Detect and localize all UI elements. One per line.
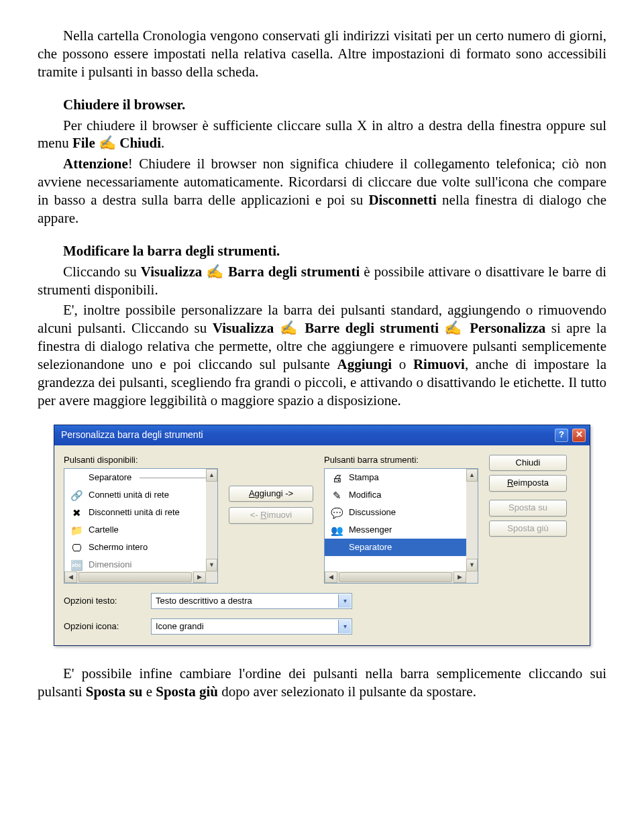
list-item[interactable]: 🖨Stampa [325,469,478,486]
bold-text: Visualizza ✍ Barra degli strumenti [141,264,360,280]
list-item[interactable]: 🔗Connetti unità di rete [64,486,217,504]
list-item[interactable]: 📁Cartelle [64,521,217,539]
close-icon[interactable]: ✕ [572,429,586,442]
bold-text: Sposta giù [156,684,218,700]
paragraph: E', inoltre possibile personalizzare la … [38,301,606,409]
chevron-down-icon[interactable]: ▾ [338,620,351,633]
list-item[interactable]: ✖Disconnetti unità di rete [64,504,217,521]
current-listbox[interactable]: 🖨Stampa ✎Modifica 💬Discussione 👥Messenge… [324,468,478,584]
reset-button[interactable]: Reimposta [489,475,567,492]
list-item-label: Connetti unità di rete [89,490,169,501]
titlebar: Personalizza barra degli strumenti ? ✕ [54,425,590,445]
bold-text: Aggiungi [337,356,392,372]
separator-icon [70,471,83,484]
btn-label-rest: eimposta [513,478,549,488]
list-item-label: Modifica [349,490,381,501]
list-item[interactable]: 💬Discussione [325,504,478,521]
list-item-label: Messenger [349,525,392,536]
para-text: e [142,684,156,700]
separator-line [140,478,213,478]
list-item[interactable]: Separatore [64,469,217,486]
text-options-select[interactable]: Testo descrittivo a destra ▾ [151,593,352,609]
folder-icon: 📁 [70,523,83,537]
available-listbox[interactable]: Separatore 🔗Connetti unità di rete ✖Disc… [64,468,218,584]
discussion-icon: 💬 [330,506,343,519]
network-disconnect-icon: ✖ [70,506,83,519]
section-heading: Chiudere il browser. [38,96,606,114]
horizontal-scrollbar[interactable]: ◀ ▶ [64,571,206,583]
textsize-icon: 🔤 [70,558,83,571]
heading-text: Modificare la barra degli strumenti. [63,243,280,259]
scroll-up-icon[interactable]: ▲ [206,469,217,482]
btn-label: Chiudi [516,457,541,468]
btn-label-rest: imuovi [267,510,292,520]
help-button[interactable]: ? [555,429,568,442]
para-text: o [392,356,413,372]
move-down-button[interactable]: Sposta giù [489,521,567,537]
available-label: Pulsanti disponibili: [64,455,218,466]
scroll-down-icon[interactable]: ▼ [466,559,478,571]
remove-button[interactable]: <- Rimuovi [229,507,313,524]
customize-toolbar-dialog: Personalizza barra degli strumenti ? ✕ P… [54,425,590,647]
fullscreen-icon: 🖵 [70,541,83,554]
list-item-label: Dimensioni [89,559,131,571]
select-value: Icone grandi [156,621,204,633]
list-item[interactable]: 👥Messenger [325,521,478,539]
scroll-down-icon[interactable]: ▼ [206,559,217,571]
list-item-label: Schermo intero [89,542,148,553]
move-up-button[interactable]: Sposta su [489,500,567,516]
scroll-thumb[interactable] [78,572,192,582]
bold-text: File ✍ Chiudi [72,135,161,151]
btn-label: Sposta giù [507,523,548,533]
scroll-right-icon[interactable]: ▶ [193,571,206,583]
btn-label: Sposta su [508,502,547,512]
icon-options-select[interactable]: Icone grandi ▾ [151,618,352,635]
vertical-scrollbar[interactable]: ▲ ▼ [206,469,217,571]
edit-icon: ✎ [330,488,343,502]
bold-text: Rimuovi [413,356,465,372]
btn-label-prefix: <- [250,510,261,520]
paragraph: Attenzione! Chiudere il browser non sign… [38,155,606,227]
messenger-icon: 👥 [330,523,343,537]
scroll-left-icon[interactable]: ◀ [64,571,77,583]
list-item-label: Disconnetti unità di rete [89,507,180,518]
bold-text: Visualizza ✍ Barre degli strumenti ✍ Per… [213,320,546,336]
bold-text: Sposta su [86,684,143,700]
vertical-scrollbar[interactable]: ▲ ▼ [466,469,478,571]
paragraph: Per chiudere il browser è sufficiente cl… [38,117,606,153]
network-connect-icon: 🔗 [70,488,83,502]
horizontal-scrollbar[interactable]: ◀ ▶ [325,571,466,583]
bold-text: Attenzione [63,156,128,172]
para-text: Nella cartella Cronologia vengono conser… [38,28,606,80]
paragraph: Nella cartella Cronologia vengono conser… [38,27,606,81]
iconopt-label: Opzioni icona: [64,621,144,633]
btn-label-rest: ggiungi -> [255,488,293,498]
scroll-up-icon[interactable]: ▲ [466,469,478,482]
paragraph: E' possibile infine cambiare l'ordine de… [38,665,606,701]
list-item[interactable]: Separatore [325,539,478,556]
list-item-label: Discussione [349,507,396,518]
dialog-title: Personalizza barra degli strumenti [61,429,203,441]
select-value: Testo descrittivo a destra [156,596,252,607]
print-icon: 🖨 [330,471,343,484]
list-item-label: Separatore [349,542,392,553]
scroll-left-icon[interactable]: ◀ [325,571,337,583]
close-button[interactable]: Chiudi [489,455,567,472]
para-text: . [161,135,164,151]
current-label: Pulsanti barra strumenti: [324,455,478,466]
add-button[interactable]: Aggiungi -> [229,486,313,502]
list-item-label: Stampa [349,472,379,484]
list-item[interactable]: 🖵Schermo intero [64,539,217,556]
scroll-thumb[interactable] [339,572,452,582]
list-item[interactable]: ✎Modifica [325,486,478,504]
para-text: dopo aver selezionato il pulsante da spo… [218,684,476,700]
scroll-right-icon[interactable]: ▶ [453,571,466,583]
chevron-down-icon[interactable]: ▾ [338,594,351,608]
section-heading: Modificare la barra degli strumenti. [38,242,606,260]
heading-text: Chiudere il browser. [63,97,185,113]
list-item-label: Separatore [89,472,131,484]
separator-icon [330,541,343,554]
bold-text: Disconnetti [368,192,437,208]
textopt-label: Opzioni testo: [64,596,144,607]
para-text: Cliccando su [63,264,141,280]
